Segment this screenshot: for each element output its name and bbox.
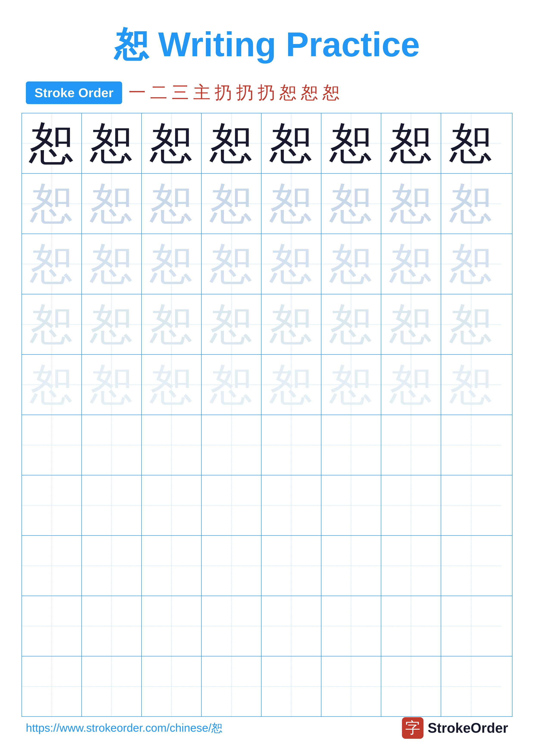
grid-cell[interactable] xyxy=(202,415,262,475)
grid-cell[interactable]: 恕 xyxy=(381,234,441,294)
grid-cell[interactable] xyxy=(321,536,381,596)
grid-cell[interactable] xyxy=(441,536,501,596)
grid-cell[interactable] xyxy=(142,657,202,716)
grid-cell[interactable]: 恕 xyxy=(321,234,381,294)
grid-cell[interactable]: 恕 xyxy=(142,234,202,294)
grid-cell[interactable] xyxy=(441,657,501,716)
grid-cell[interactable]: 恕 xyxy=(321,294,381,354)
title-section: 恕 Writing Practice xyxy=(0,0,534,81)
grid-cell[interactable]: 恕 xyxy=(202,113,262,173)
practice-character: 恕 xyxy=(150,363,193,406)
grid-cell[interactable] xyxy=(381,657,441,716)
grid-cell[interactable]: 恕 xyxy=(441,174,501,233)
grid-cell[interactable]: 恕 xyxy=(381,355,441,415)
grid-cell[interactable]: 恕 xyxy=(22,174,82,233)
grid-cell[interactable] xyxy=(381,596,441,656)
grid-cell[interactable]: 恕 xyxy=(262,234,321,294)
grid-cell[interactable] xyxy=(381,415,441,475)
practice-character: 恕 xyxy=(150,122,193,165)
stroke-9: 恕 xyxy=(301,81,318,104)
page-title: 恕 Writing Practice xyxy=(114,25,420,64)
grid-cell[interactable] xyxy=(321,657,381,716)
stroke-7: 扔 xyxy=(258,81,275,104)
grid-cell[interactable] xyxy=(22,475,82,535)
grid-cell[interactable] xyxy=(262,536,321,596)
grid-cell[interactable]: 恕 xyxy=(202,355,262,415)
grid-cell[interactable] xyxy=(142,536,202,596)
grid-cell[interactable]: 恕 xyxy=(82,294,142,354)
grid-cell[interactable]: 恕 xyxy=(82,174,142,233)
grid-cell[interactable] xyxy=(321,415,381,475)
grid-cell[interactable]: 恕 xyxy=(441,113,501,173)
grid-cell[interactable]: 恕 xyxy=(321,113,381,173)
grid-cell[interactable] xyxy=(262,657,321,716)
stroke-5: 扔 xyxy=(215,81,232,104)
grid-cell[interactable]: 恕 xyxy=(142,113,202,173)
grid-cell[interactable] xyxy=(381,536,441,596)
grid-cell[interactable]: 恕 xyxy=(262,294,321,354)
grid-cell[interactable]: 恕 xyxy=(22,113,82,173)
grid-cell[interactable]: 恕 xyxy=(82,113,142,173)
grid-cell[interactable] xyxy=(22,657,82,716)
grid-cell[interactable] xyxy=(202,596,262,656)
grid-cell[interactable]: 恕 xyxy=(381,294,441,354)
grid-cell[interactable] xyxy=(202,475,262,535)
grid-cell[interactable] xyxy=(202,536,262,596)
grid-cell[interactable] xyxy=(22,415,82,475)
grid-cell[interactable]: 恕 xyxy=(142,355,202,415)
grid-cell[interactable]: 恕 xyxy=(381,174,441,233)
grid-cell[interactable] xyxy=(441,415,501,475)
practice-character: 恕 xyxy=(270,242,313,285)
grid-cell[interactable]: 恕 xyxy=(262,355,321,415)
grid-cell[interactable]: 恕 xyxy=(262,113,321,173)
grid-cell[interactable] xyxy=(321,596,381,656)
grid-cell[interactable]: 恕 xyxy=(22,294,82,354)
grid-cell[interactable] xyxy=(142,475,202,535)
logo-character: 字 xyxy=(405,718,420,738)
grid-cell[interactable] xyxy=(202,657,262,716)
grid-cell[interactable] xyxy=(82,415,142,475)
grid-row xyxy=(22,596,512,657)
grid-cell[interactable]: 恕 xyxy=(441,355,501,415)
grid-cell[interactable]: 恕 xyxy=(381,113,441,173)
stroke-4: 主 xyxy=(193,81,211,104)
grid-row xyxy=(22,415,512,475)
grid-cell[interactable] xyxy=(321,475,381,535)
grid-cell[interactable]: 恕 xyxy=(321,174,381,233)
grid-cell[interactable] xyxy=(142,415,202,475)
grid-cell[interactable]: 恕 xyxy=(321,355,381,415)
grid-cell[interactable]: 恕 xyxy=(22,355,82,415)
grid-cell[interactable]: 恕 xyxy=(441,294,501,354)
grid-cell[interactable] xyxy=(22,536,82,596)
grid-cell[interactable] xyxy=(22,596,82,656)
grid-cell[interactable] xyxy=(82,596,142,656)
grid-cell[interactable]: 恕 xyxy=(142,174,202,233)
grid-cell[interactable] xyxy=(142,596,202,656)
practice-character: 恕 xyxy=(210,182,253,225)
grid-cell[interactable]: 恕 xyxy=(82,234,142,294)
grid-row xyxy=(22,475,512,536)
grid-cell[interactable] xyxy=(381,475,441,535)
practice-character: 恕 xyxy=(210,242,253,285)
practice-character: 恕 xyxy=(390,242,433,285)
grid-cell[interactable]: 恕 xyxy=(202,234,262,294)
logo-text: StrokeOrder xyxy=(428,720,508,736)
grid-cell[interactable] xyxy=(262,475,321,535)
grid-cell[interactable]: 恕 xyxy=(22,234,82,294)
grid-cell[interactable] xyxy=(82,475,142,535)
grid-cell[interactable]: 恕 xyxy=(262,174,321,233)
grid-row: 恕恕恕恕恕恕恕恕 xyxy=(22,174,512,234)
practice-character: 恕 xyxy=(90,303,133,346)
grid-cell[interactable] xyxy=(82,657,142,716)
grid-cell[interactable]: 恕 xyxy=(202,174,262,233)
grid-cell[interactable] xyxy=(82,536,142,596)
grid-cell[interactable] xyxy=(262,596,321,656)
grid-cell[interactable]: 恕 xyxy=(202,294,262,354)
grid-cell[interactable] xyxy=(262,415,321,475)
grid-cell[interactable] xyxy=(441,475,501,535)
grid-cell[interactable]: 恕 xyxy=(142,294,202,354)
grid-cell[interactable]: 恕 xyxy=(441,234,501,294)
grid-cell[interactable]: 恕 xyxy=(82,355,142,415)
grid-cell[interactable] xyxy=(441,596,501,656)
practice-character: 恕 xyxy=(270,122,313,165)
